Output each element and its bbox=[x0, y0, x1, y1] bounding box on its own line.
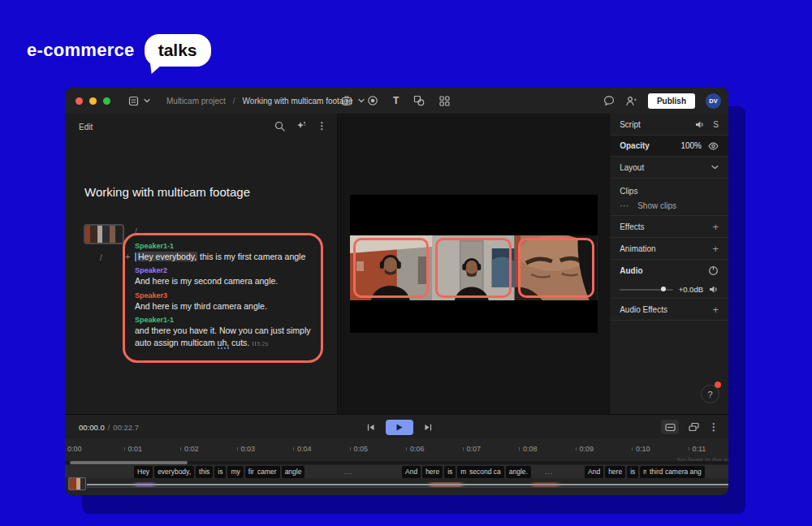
layout-grid-icon[interactable] bbox=[439, 96, 450, 106]
search-icon[interactable] bbox=[274, 121, 285, 132]
minimize-window-button[interactable] bbox=[89, 97, 97, 105]
add-effect-button[interactable]: + bbox=[712, 221, 719, 233]
word-block[interactable]: here bbox=[605, 466, 625, 478]
word-block[interactable]: And bbox=[585, 466, 603, 478]
kebab-menu-icon[interactable]: ⋮ bbox=[317, 120, 327, 132]
speaker-label[interactable]: Speaker1-1 bbox=[135, 316, 321, 324]
word-block[interactable]: camer bbox=[254, 466, 280, 478]
audio-effects-row[interactable]: Audio Effects + bbox=[610, 299, 728, 321]
video-track-thumbnail[interactable] bbox=[68, 477, 86, 490]
effects-label: Effects bbox=[620, 222, 712, 231]
word-block[interactable]: third camera ang bbox=[646, 466, 705, 478]
animation-row[interactable]: Animation + bbox=[610, 238, 728, 260]
gain-slider-handle[interactable] bbox=[661, 287, 666, 291]
timecode-separator: / bbox=[108, 423, 110, 432]
brand-name: e-commerce bbox=[27, 40, 135, 61]
gap-ellipsis: ... bbox=[344, 468, 353, 476]
volume-icon[interactable] bbox=[709, 285, 719, 294]
add-animation-button[interactable]: + bbox=[712, 243, 719, 255]
avatar[interactable]: DV bbox=[706, 93, 721, 109]
add-audio-effect-button[interactable]: + bbox=[712, 304, 719, 316]
transcript-text[interactable]: this is my first camera angle bbox=[197, 252, 305, 261]
audio-track[interactable] bbox=[65, 479, 728, 492]
zoom-window-button[interactable] bbox=[103, 97, 110, 105]
show-clips-label[interactable]: Show clips bbox=[637, 201, 676, 210]
skip-back-icon[interactable] bbox=[366, 423, 375, 432]
brand-bubble: talks bbox=[145, 34, 211, 67]
ruler-tick: 0:06 bbox=[410, 445, 425, 453]
text-tool-icon[interactable]: T bbox=[393, 95, 399, 106]
publish-button[interactable]: Publish bbox=[648, 93, 695, 109]
record-icon[interactable] bbox=[367, 95, 378, 106]
filler-word[interactable]: uh, bbox=[218, 338, 230, 349]
eye-icon[interactable] bbox=[708, 142, 719, 150]
word-block[interactable]: here bbox=[422, 466, 443, 478]
breadcrumb-project[interactable]: Multicam project bbox=[166, 97, 226, 106]
close-window-button[interactable] bbox=[76, 97, 83, 105]
project-library-icon[interactable] bbox=[128, 96, 139, 106]
transcript-line[interactable]: And here is my third camera angle. bbox=[135, 300, 312, 312]
transcript-line[interactable]: and there you have it. Now you can just … bbox=[135, 325, 312, 348]
camera-angle-1[interactable] bbox=[350, 235, 433, 300]
audio-dial-icon[interactable] bbox=[708, 265, 719, 276]
camera-angle-2[interactable] bbox=[432, 235, 515, 300]
ruler-tick: 0:10 bbox=[636, 445, 650, 453]
word-block[interactable]: is bbox=[444, 466, 456, 478]
comments-icon[interactable] bbox=[603, 95, 615, 106]
transcript-line[interactable]: And here is my second camera angle. bbox=[135, 275, 312, 287]
kebab-menu-icon[interactable]: ⋮ bbox=[709, 421, 719, 433]
timeline-scrollbar[interactable] bbox=[65, 461, 728, 464]
pause-badge[interactable]: 5.2s bbox=[252, 340, 268, 347]
word-block[interactable]: my bbox=[227, 466, 243, 478]
document-title[interactable]: Working with multicam footage bbox=[84, 185, 250, 199]
play-button[interactable] bbox=[386, 420, 413, 435]
timeline-ruler[interactable]: 0:00 0:01 0:02 0:03 0:04 0:05 0:06 0:07 … bbox=[65, 438, 728, 459]
word-block[interactable]: angle. bbox=[506, 466, 531, 478]
media-bin-icon[interactable] bbox=[341, 95, 352, 106]
chevron-down-icon[interactable] bbox=[144, 98, 150, 103]
edit-tab[interactable]: Edit bbox=[79, 123, 93, 132]
word-block[interactable]: is bbox=[627, 466, 638, 478]
shapes-icon[interactable] bbox=[413, 95, 425, 106]
window-controls bbox=[76, 97, 110, 105]
audio-header[interactable]: Audio bbox=[610, 260, 728, 281]
gain-value[interactable]: +0.0dB bbox=[679, 285, 703, 294]
transcript-text[interactable]: cuts. bbox=[229, 338, 249, 347]
show-clips-row[interactable]: ⋯ Show clips bbox=[610, 196, 728, 216]
speaker-label[interactable]: Speaker1-1 bbox=[135, 242, 321, 250]
clips-dots-icon[interactable]: ⋯ bbox=[620, 200, 629, 211]
selected-words[interactable]: Hey everybody, bbox=[137, 252, 197, 261]
layout-row[interactable]: Layout bbox=[610, 157, 728, 179]
gain-slider[interactable] bbox=[620, 289, 672, 291]
word-block[interactable]: this bbox=[196, 466, 213, 478]
script-row[interactable]: Script S bbox=[610, 114, 728, 136]
tracks-icon[interactable] bbox=[689, 422, 699, 432]
word-block[interactable]: And bbox=[402, 466, 421, 478]
volume-icon[interactable] bbox=[695, 120, 705, 129]
invite-people-icon[interactable] bbox=[625, 96, 637, 106]
word-block[interactable]: Hey bbox=[134, 466, 153, 478]
opacity-row[interactable]: Opacity 100% bbox=[610, 136, 728, 157]
word-block[interactable]: everybody, bbox=[154, 466, 194, 478]
word-block[interactable]: angle bbox=[282, 466, 305, 478]
timeline[interactable]: 0:00 0:01 0:02 0:03 0:04 0:05 0:06 0:07 … bbox=[65, 438, 728, 495]
scrollbar-thumb[interactable] bbox=[70, 461, 188, 464]
word-block[interactable]: second ca bbox=[466, 466, 504, 478]
timeline-view-toggle[interactable] bbox=[661, 420, 679, 434]
word-track[interactable]: Hey everybody, this is my first camer an… bbox=[65, 465, 728, 478]
speaker-label[interactable]: Speaker3 bbox=[135, 291, 321, 300]
scene-thumbnail[interactable] bbox=[84, 224, 124, 244]
speaker-label[interactable]: Speaker2 bbox=[135, 266, 321, 274]
camera-angle-3[interactable] bbox=[515, 235, 598, 300]
inspector-panel: Script S Opacity 100% Layout Clips bbox=[610, 114, 728, 414]
video-preview[interactable] bbox=[350, 195, 598, 333]
breadcrumb-separator: / bbox=[233, 97, 235, 106]
help-button[interactable]: ? bbox=[701, 385, 719, 403]
effects-row[interactable]: Effects + bbox=[610, 216, 728, 238]
skip-forward-icon[interactable] bbox=[424, 423, 433, 432]
transcript-line[interactable]: Hey everybody, this is my first camera a… bbox=[135, 251, 312, 262]
breadcrumb-document[interactable]: Working with multicam footage bbox=[243, 97, 353, 106]
word-block[interactable]: is bbox=[214, 466, 226, 478]
opacity-value[interactable]: 100% bbox=[680, 141, 702, 150]
ai-sparkle-icon[interactable] bbox=[296, 120, 307, 132]
